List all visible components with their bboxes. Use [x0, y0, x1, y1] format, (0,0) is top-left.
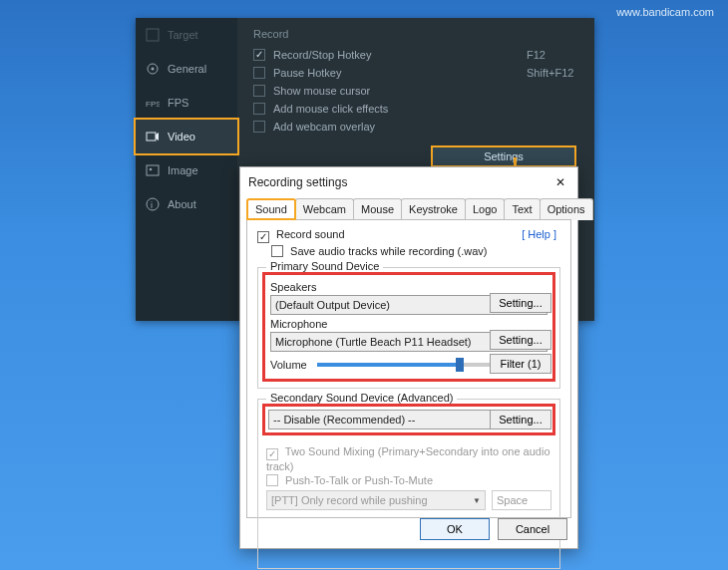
- opt-label: Record/Stop Hotkey: [273, 49, 371, 61]
- sidebar-item-fps[interactable]: FPS FPS: [136, 86, 237, 120]
- group-title: Primary Sound Device: [266, 260, 383, 272]
- save-wav-row[interactable]: Save audio tracks while recording (.wav): [271, 245, 560, 257]
- opt-record-stop[interactable]: Record/Stop Hotkey F12: [253, 46, 578, 64]
- ptt-mode-combo: [PTT] Only record while pushing ▼: [266, 490, 486, 510]
- opt-label: Show mouse cursor: [273, 85, 370, 97]
- ptt-mode-value: [PTT] Only record while pushing: [271, 494, 428, 506]
- ptt-key-field: Space: [492, 490, 551, 510]
- checkbox[interactable]: [257, 231, 269, 243]
- svg-point-2: [152, 68, 155, 71]
- sidebar-item-label: Video: [168, 131, 195, 142]
- sidebar-item-general[interactable]: General: [136, 52, 237, 86]
- cancel-button[interactable]: Cancel: [498, 518, 567, 540]
- opt-webcam-overlay[interactable]: Add webcam overlay: [253, 118, 578, 136]
- opt-mouse-cursor[interactable]: Show mouse cursor: [253, 82, 578, 100]
- checkbox[interactable]: [253, 103, 265, 115]
- ptt-label: Push-To-Talk or Push-To-Mute: [285, 474, 433, 486]
- info-icon: i: [146, 197, 160, 211]
- speakers-label: Speakers: [270, 281, 547, 293]
- settings-button[interactable]: Settings: [431, 145, 576, 167]
- checkbox: [266, 448, 278, 460]
- record-sound-row[interactable]: Record sound: [257, 228, 560, 243]
- opt-pause[interactable]: Pause Hotkey Shift+F12: [253, 64, 578, 82]
- ptt-config-row: [PTT] Only record while pushing ▼ Space: [266, 490, 551, 510]
- svg-rect-4: [147, 133, 156, 141]
- tab-panel-sound: Record sound Save audio tracks while rec…: [246, 219, 571, 518]
- microphone-setting-button[interactable]: Setting...: [490, 330, 551, 350]
- ok-button[interactable]: OK: [420, 518, 490, 540]
- checkbox[interactable]: [253, 121, 265, 133]
- opt-label: Add mouse click effects: [273, 103, 388, 115]
- help-link[interactable]: [ Help ]: [522, 228, 556, 240]
- filter-button[interactable]: Filter (1): [490, 354, 551, 374]
- dialog-titlebar: Recording settings ✕: [240, 167, 577, 197]
- tab-options[interactable]: Options: [540, 198, 593, 220]
- image-icon: [146, 163, 160, 177]
- sidebar-item-label: Image: [168, 164, 198, 176]
- volume-label: Volume: [270, 359, 307, 371]
- speakers-value: (Default Output Device): [275, 299, 390, 311]
- checkbox[interactable]: [271, 245, 283, 257]
- target-icon: [146, 28, 160, 42]
- opt-label: Pause Hotkey: [273, 67, 341, 79]
- svg-text:i: i: [151, 200, 153, 210]
- sidebar-item-image[interactable]: Image: [136, 153, 237, 187]
- microphone-value: Microphone (Turtle Beach P11 Headset): [275, 336, 471, 348]
- volume-slider[interactable]: [317, 363, 496, 367]
- svg-point-6: [150, 168, 153, 171]
- checkbox: [266, 474, 278, 486]
- secondary-sound-group: Secondary Sound Device (Advanced) -- Dis…: [257, 399, 560, 569]
- dialog-title: Recording settings: [248, 175, 347, 189]
- gear-icon: [146, 62, 160, 76]
- sidebar-item-label: Target: [168, 29, 198, 41]
- sidebar-item-about[interactable]: i About: [136, 187, 237, 221]
- ptt-row: Push-To-Talk or Push-To-Mute: [266, 474, 551, 486]
- sidebar-item-target[interactable]: Target: [136, 18, 237, 52]
- svg-rect-0: [147, 29, 159, 41]
- video-icon: [146, 130, 160, 143]
- tab-sound[interactable]: Sound: [246, 198, 296, 220]
- checkbox[interactable]: [253, 67, 265, 79]
- sidebar-item-label: General: [168, 63, 206, 75]
- hotkey-value[interactable]: F12: [527, 49, 546, 61]
- sidebar-item-label: About: [168, 198, 196, 210]
- opt-label: Add webcam overlay: [273, 121, 375, 133]
- close-icon[interactable]: ✕: [551, 173, 569, 191]
- fps-icon: FPS: [146, 96, 160, 110]
- chevron-down-icon: ▼: [473, 496, 481, 505]
- secondary-setting-button[interactable]: Setting...: [490, 410, 551, 429]
- tab-logo[interactable]: Logo: [465, 198, 505, 220]
- save-wav-label: Save audio tracks while recording (.wav): [290, 245, 487, 257]
- speakers-setting-button[interactable]: Setting...: [490, 293, 551, 313]
- tab-mouse[interactable]: Mouse: [353, 198, 402, 220]
- sidebar-item-video[interactable]: Video: [134, 118, 239, 155]
- microphone-label: Microphone: [270, 318, 547, 330]
- sidebar-item-label: FPS: [168, 97, 188, 109]
- tab-webcam[interactable]: Webcam: [295, 198, 354, 220]
- two-mix-row: Two Sound Mixing (Primary+Secondary into…: [266, 445, 551, 472]
- dialog-tabs: Sound Webcam Mouse Keystroke Logo Text O…: [240, 197, 577, 219]
- record-sound-label: Record sound: [276, 228, 345, 240]
- tab-text[interactable]: Text: [504, 198, 540, 220]
- tab-keystroke[interactable]: Keystroke: [401, 198, 466, 220]
- two-mix-label: Two Sound Mixing (Primary+Secondary into…: [266, 445, 550, 472]
- dialog-footer: OK Cancel: [420, 518, 567, 540]
- watermark: www.bandicam.com: [616, 6, 714, 18]
- hotkey-value[interactable]: Shift+F12: [527, 67, 573, 79]
- checkbox[interactable]: [253, 85, 265, 97]
- group-title: Secondary Sound Device (Advanced): [266, 392, 457, 404]
- checkbox[interactable]: [253, 49, 265, 61]
- primary-sound-group: Primary Sound Device Speakers (Default O…: [257, 267, 560, 389]
- secondary-value: -- Disable (Recommended) --: [273, 414, 415, 426]
- section-title: Record: [253, 28, 578, 40]
- svg-text:FPS: FPS: [146, 100, 160, 109]
- sidebar: Target General FPS FPS Video Image i Abo…: [136, 18, 237, 321]
- svg-point-7: [147, 198, 159, 210]
- recording-settings-dialog: Recording settings ✕ Sound Webcam Mouse …: [239, 166, 578, 549]
- svg-rect-5: [147, 165, 159, 175]
- opt-click-effects[interactable]: Add mouse click effects: [253, 100, 578, 118]
